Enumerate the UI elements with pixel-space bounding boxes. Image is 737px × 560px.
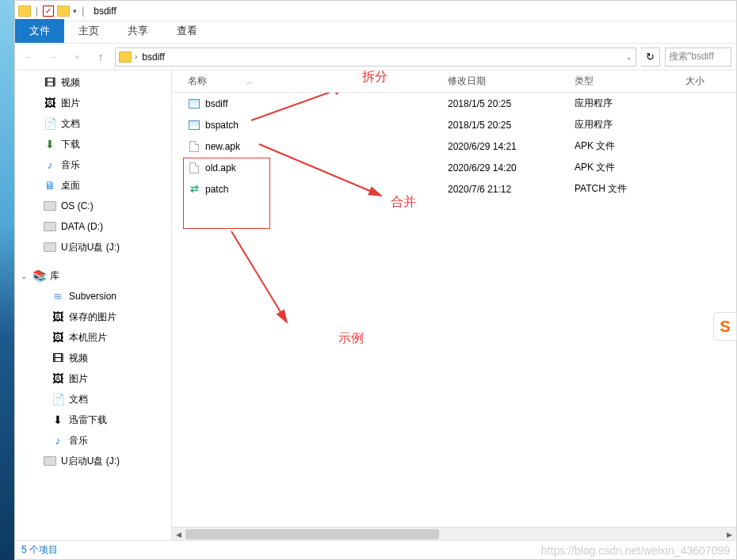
column-header-type[interactable]: 类型 [568, 74, 663, 88]
drive-icon [44, 220, 56, 233]
tree-item-videos[interactable]: 🎞视频 [15, 72, 171, 93]
file-row[interactable]: bsdiff 2018/1/5 20:25 应用程序 [172, 93, 736, 114]
library-icon: 📚 [32, 269, 45, 282]
navigation-pane[interactable]: 🎞视频 🖼图片 📄文档 ⬇下载 ♪音乐 🖥桌面 OS (C:) DATA (D:… [15, 70, 172, 540]
document-icon: 📄 [44, 117, 56, 130]
address-bar[interactable]: › bsdiff ⌄ [115, 48, 636, 67]
document-icon: 📄 [52, 393, 64, 406]
download-icon: ⬇ [44, 138, 56, 150]
tree-item-drive-c[interactable]: OS (C:) [15, 196, 171, 216]
tree-item-libraries[interactable]: ⌄📚库 [15, 265, 171, 286]
file-name: bspatch [205, 120, 239, 131]
file-name: old.apk [205, 162, 236, 173]
picture-icon: 🖼 [52, 310, 64, 323]
download-icon: ⬇ [52, 413, 64, 426]
annotation-label-example: 示例 [338, 330, 364, 347]
scrollbar-thumb[interactable] [185, 529, 439, 539]
file-list-pane: 名称︿ 修改日期 类型 大小 bsdiff 2018/1/5 20:25 应用程… [172, 70, 736, 540]
sogou-icon: S [720, 318, 730, 336]
refresh-icon: ↻ [646, 51, 655, 63]
video-icon: 🎞 [44, 76, 56, 89]
column-header-name[interactable]: 名称︿ [172, 74, 441, 88]
column-header-size[interactable]: 大小 [663, 74, 711, 88]
tree-item-downloads[interactable]: ⬇下载 [15, 134, 171, 154]
horizontal-scrollbar[interactable]: ◀ ▶ [172, 527, 736, 540]
file-type: PATCH 文件 [568, 182, 663, 196]
file-list[interactable]: bsdiff 2018/1/5 20:25 应用程序 bspatch 2018/… [172, 93, 736, 527]
navigation-bar: ← → ▾ ↑ › bsdiff ⌄ ↻ 搜索"bsdiff [15, 44, 736, 70]
breadcrumb-segment[interactable]: bsdiff [140, 51, 166, 63]
file-date: 2020/7/6 21:12 [441, 184, 568, 195]
tree-item-drive-j2[interactable]: U启动U盘 (J:) [15, 451, 171, 471]
file-date: 2018/1/5 20:25 [441, 98, 568, 109]
usb-drive-icon [44, 455, 56, 467]
tree-item-xunlei[interactable]: ⬇迅雷下载 [15, 410, 171, 430]
video-icon: 🎞 [52, 352, 64, 364]
nav-forward-button[interactable]: → [44, 48, 63, 67]
desktop-icon: 🖥 [44, 179, 56, 192]
nav-up-button[interactable]: ↑ [91, 48, 110, 67]
chevron-down-icon[interactable]: ⌄ [626, 53, 632, 61]
picture-icon: 🖼 [44, 97, 56, 109]
svg-line-2 [231, 231, 287, 322]
folder-icon [119, 51, 132, 63]
tree-item-lib-pictures[interactable]: 🖼图片 [15, 368, 171, 389]
file-date: 2020/6/29 14:20 [441, 162, 568, 173]
exe-icon [188, 97, 200, 110]
titlebar-dropdown-icon[interactable]: ▾ [73, 7, 77, 15]
tree-item-camera-roll[interactable]: 🖼本机照片 [15, 327, 171, 348]
file-type: APK 文件 [568, 161, 663, 174]
scroll-left-icon[interactable]: ◀ [172, 528, 185, 540]
tab-home[interactable]: 主页 [64, 19, 113, 43]
titlebar-separator: | [36, 6, 38, 17]
drive-icon [44, 200, 56, 212]
tree-item-desktop[interactable]: 🖥桌面 [15, 175, 171, 196]
tab-share[interactable]: 共享 [113, 19, 162, 43]
ribbon-tabs: 文件 主页 共享 查看 [15, 21, 736, 44]
file-row[interactable]: ⇄patch 2020/7/6 21:12 PATCH 文件 [172, 178, 736, 200]
chevron-right-icon[interactable]: › [135, 52, 137, 61]
refresh-button[interactable]: ↻ [641, 48, 660, 67]
search-placeholder: 搜索"bsdiff [669, 50, 714, 63]
collapse-icon[interactable]: ⌄ [20, 272, 28, 280]
file-icon [188, 140, 200, 153]
titlebar-separator: | [82, 6, 84, 17]
status-item-count: 5 个项目 [21, 543, 58, 557]
explorer-window: | ✓ ▾ | bsdiff 文件 主页 共享 查看 ← → ▾ ↑ › bsd… [14, 0, 737, 560]
tree-item-drive-d[interactable]: DATA (D:) [15, 216, 171, 237]
patch-icon: ⇄ [188, 183, 200, 196]
file-row[interactable]: new.apk 2020/6/29 14:21 APK 文件 [172, 135, 736, 157]
tree-item-lib-documents[interactable]: 📄文档 [15, 389, 171, 410]
tab-file[interactable]: 文件 [15, 19, 64, 43]
folder-icon [57, 6, 70, 17]
file-row[interactable]: bspatch 2018/1/5 20:25 应用程序 [172, 114, 736, 135]
file-type: APK 文件 [568, 139, 663, 153]
tree-item-lib-music[interactable]: ♪音乐 [15, 430, 171, 451]
tree-item-documents[interactable]: 📄文档 [15, 113, 171, 134]
check-icon[interactable]: ✓ [43, 6, 54, 17]
column-header-date[interactable]: 修改日期 [441, 74, 568, 88]
tree-item-music[interactable]: ♪音乐 [15, 154, 171, 175]
file-type: 应用程序 [568, 97, 663, 110]
sogou-ime-widget[interactable]: S [713, 312, 737, 341]
column-headers: 名称︿ 修改日期 类型 大小 [172, 70, 736, 93]
file-row[interactable]: old.apk 2020/6/29 14:20 APK 文件 [172, 157, 736, 178]
music-icon: ♪ [44, 158, 56, 171]
tree-item-pictures[interactable]: 🖼图片 [15, 93, 171, 113]
nav-back-button[interactable]: ← [20, 48, 39, 67]
tab-view[interactable]: 查看 [162, 19, 212, 43]
file-name: new.apk [205, 141, 240, 152]
window-title: bsdiff [94, 6, 116, 17]
desktop-background [0, 0, 14, 560]
tree-item-drive-j[interactable]: U启动U盘 (J:) [15, 237, 171, 257]
file-date: 2018/1/5 20:25 [441, 120, 568, 131]
scroll-right-icon[interactable]: ▶ [723, 528, 736, 540]
tree-item-subversion[interactable]: ≋Subversion [15, 286, 171, 307]
tree-item-saved-pictures[interactable]: 🖼保存的图片 [15, 307, 171, 327]
search-input[interactable]: 搜索"bsdiff [665, 48, 731, 67]
nav-recent-dropdown[interactable]: ▾ [67, 48, 86, 67]
music-icon: ♪ [52, 434, 64, 447]
tree-item-lib-videos[interactable]: 🎞视频 [15, 348, 171, 368]
status-bar: 5 个项目 https://blog.csdn.net/weixin_43607… [15, 540, 736, 559]
picture-icon: 🖼 [52, 372, 64, 385]
